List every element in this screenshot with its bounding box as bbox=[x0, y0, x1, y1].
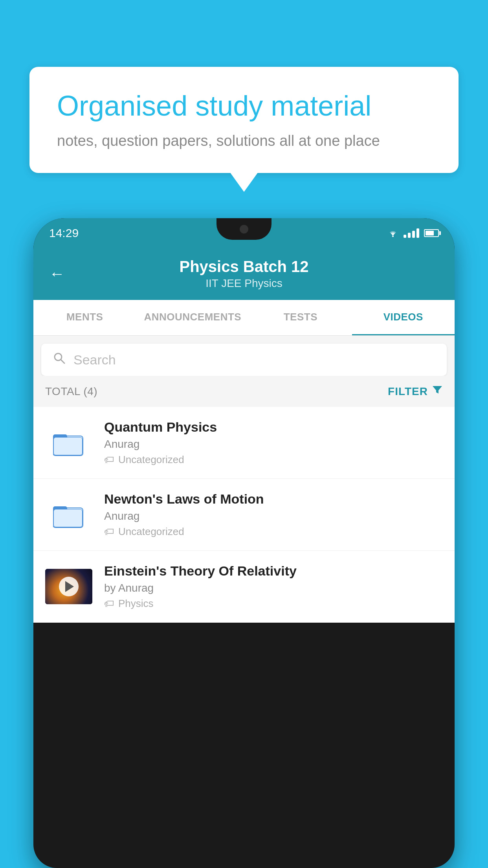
header-subtitle: IIT JEE Physics bbox=[77, 277, 411, 290]
search-icon bbox=[53, 351, 66, 368]
filter-label: FILTER bbox=[388, 385, 428, 398]
video-author: by Anurag bbox=[104, 582, 443, 594]
list-item[interactable]: Quantum Physics Anurag 🏷 Uncategorized bbox=[33, 407, 455, 479]
video-title: Einstein's Theory Of Relativity bbox=[104, 563, 443, 579]
tag-icon: 🏷 bbox=[104, 526, 114, 538]
app-header: ← Physics Batch 12 IIT JEE Physics bbox=[33, 248, 455, 300]
search-bar[interactable]: Search bbox=[41, 344, 447, 376]
header-center: Physics Batch 12 IIT JEE Physics bbox=[77, 258, 411, 290]
search-placeholder: Search bbox=[73, 352, 116, 368]
header-title: Physics Batch 12 bbox=[77, 258, 411, 276]
filter-button[interactable]: FILTER bbox=[388, 384, 443, 398]
tab-tests[interactable]: TESTS bbox=[249, 300, 352, 335]
tag-icon: 🏷 bbox=[104, 598, 114, 610]
bubble-subtitle: notes, question papers, solutions all at… bbox=[57, 132, 431, 149]
tag-icon: 🏷 bbox=[104, 454, 114, 466]
svg-rect-10 bbox=[54, 509, 82, 527]
wifi-icon bbox=[387, 228, 399, 238]
svg-point-0 bbox=[392, 235, 394, 237]
video-tag: 🏷 Physics bbox=[104, 598, 443, 610]
video-info: Newton's Laws of Motion Anurag 🏷 Uncateg… bbox=[104, 491, 443, 538]
video-thumbnail bbox=[45, 569, 92, 604]
tab-ments[interactable]: MENTS bbox=[33, 300, 136, 335]
battery-icon bbox=[424, 229, 439, 237]
video-title: Newton's Laws of Motion bbox=[104, 491, 443, 507]
play-triangle-icon bbox=[65, 581, 74, 592]
status-icons bbox=[387, 228, 439, 238]
status-time: 14:29 bbox=[49, 226, 79, 240]
video-author: Anurag bbox=[104, 438, 443, 451]
video-title: Quantum Physics bbox=[104, 419, 443, 435]
tab-announcements[interactable]: ANNOUNCEMENTS bbox=[136, 300, 249, 335]
svg-line-2 bbox=[61, 360, 64, 363]
tag-label: Uncategorized bbox=[118, 454, 184, 466]
notch bbox=[216, 218, 272, 240]
video-author: Anurag bbox=[104, 510, 443, 522]
video-info: Einstein's Theory Of Relativity by Anura… bbox=[104, 563, 443, 610]
tag-label: Uncategorized bbox=[118, 526, 184, 538]
svg-rect-6 bbox=[54, 438, 82, 455]
list-item[interactable]: Newton's Laws of Motion Anurag 🏷 Uncateg… bbox=[33, 479, 455, 551]
bubble-title: Organised study material bbox=[57, 90, 431, 121]
filter-funnel-icon bbox=[432, 384, 443, 398]
phone-content: Search TOTAL (4) FILTER bbox=[33, 336, 455, 623]
video-tag: 🏷 Uncategorized bbox=[104, 454, 443, 466]
status-bar: 14:29 bbox=[33, 218, 455, 248]
video-tag: 🏷 Uncategorized bbox=[104, 526, 443, 538]
tab-bar: MENTS ANNOUNCEMENTS TESTS VIDEOS bbox=[33, 300, 455, 336]
play-button[interactable] bbox=[59, 577, 79, 596]
speech-bubble: Organised study material notes, question… bbox=[29, 67, 459, 173]
folder-icon bbox=[45, 425, 92, 460]
camera-dot bbox=[240, 225, 248, 234]
back-button[interactable]: ← bbox=[49, 265, 65, 283]
video-info: Quantum Physics Anurag 🏷 Uncategorized bbox=[104, 419, 443, 466]
tag-label: Physics bbox=[118, 598, 154, 610]
filter-bar: TOTAL (4) FILTER bbox=[33, 376, 455, 407]
phone-frame: 14:29 ← bbox=[33, 218, 455, 868]
video-list: Quantum Physics Anurag 🏷 Uncategorized bbox=[33, 407, 455, 623]
total-label: TOTAL (4) bbox=[45, 385, 97, 398]
tab-videos[interactable]: VIDEOS bbox=[352, 300, 455, 336]
folder-icon bbox=[45, 497, 92, 532]
list-item[interactable]: Einstein's Theory Of Relativity by Anura… bbox=[33, 551, 455, 623]
signal-bars-icon bbox=[404, 228, 419, 238]
